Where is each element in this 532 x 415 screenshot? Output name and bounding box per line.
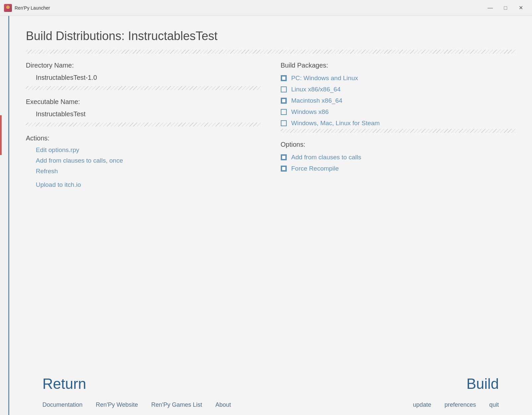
footer-left: Documentation Ren'Py Website Ren'Py Game…	[42, 401, 231, 408]
checkbox-pc-windows-linux[interactable]	[281, 75, 287, 81]
documentation-link[interactable]: Documentation	[42, 401, 83, 408]
sidebar	[0, 16, 9, 415]
checkbox-linux-x86[interactable]	[281, 86, 287, 92]
executable-name-label: Executable Name:	[26, 93, 261, 108]
checkbox-add-from-clauses[interactable]	[281, 154, 287, 160]
package-mac-x86-label: Macintosh x86_64	[291, 97, 342, 104]
title-bar: Ren'Py Launcher — □ ✕	[0, 0, 532, 16]
sidebar-accent	[0, 115, 2, 155]
executable-name-value: InstructablesTest	[26, 108, 261, 123]
build-packages-label: Build Packages:	[281, 57, 516, 73]
add-from-clauses-link[interactable]: Add from clauses to calls, once	[26, 155, 261, 166]
about-link[interactable]: About	[215, 401, 231, 408]
return-button[interactable]: Return	[42, 376, 86, 392]
divider-right	[281, 129, 516, 133]
checkbox-windows-x86[interactable]	[281, 109, 287, 115]
divider-2	[26, 123, 261, 127]
option-add-from-clauses[interactable]: Add from clauses to calls	[281, 152, 516, 163]
directory-name-label: Directory Name:	[26, 57, 261, 72]
footer-links: Documentation Ren'Py Website Ren'Py Game…	[42, 401, 499, 408]
package-windows-x86[interactable]: Windows x86	[281, 106, 516, 118]
top-divider	[26, 50, 515, 54]
divider-1	[26, 86, 261, 90]
directory-name-value: InstructablesTest-1.0	[26, 72, 261, 86]
renpy-games-list-link[interactable]: Ren'Py Games List	[151, 401, 202, 408]
main-grid: Directory Name: InstructablesTest-1.0 Ex…	[26, 57, 515, 366]
svg-point-3	[8, 7, 9, 7]
build-button[interactable]: Build	[466, 376, 499, 392]
app-body: Build Distributions: InstructablesTest D…	[0, 16, 532, 415]
app-icon	[4, 4, 12, 12]
update-link[interactable]: update	[413, 401, 431, 408]
package-linux-x86-label: Linux x86/x86_64	[291, 86, 341, 93]
main-actions: Return Build	[42, 376, 499, 392]
package-windows-x86-label: Windows x86	[291, 108, 329, 116]
refresh-link[interactable]: Refresh	[26, 166, 261, 177]
package-pc-windows-linux-label: PC: Windows and Linux	[291, 75, 358, 82]
option-force-recompile[interactable]: Force Recompile	[281, 163, 516, 174]
footer-right: update preferences quit	[413, 401, 499, 408]
package-linux-x86[interactable]: Linux x86/x86_64	[281, 84, 516, 95]
right-column: Build Packages: PC: Windows and Linux Li…	[281, 57, 516, 366]
upload-itch-link[interactable]: Upload to itch.io	[26, 177, 261, 190]
window-title: Ren'Py Launcher	[15, 5, 483, 11]
bottom-bar: Return Build Documentation Ren'Py Websit…	[26, 366, 515, 415]
actions-label: Actions:	[26, 130, 261, 145]
left-column: Directory Name: InstructablesTest-1.0 Ex…	[26, 57, 261, 366]
svg-point-1	[6, 9, 10, 11]
svg-point-0	[6, 6, 10, 9]
window-controls: — □ ✕	[483, 3, 528, 13]
edit-options-link[interactable]: Edit options.rpy	[26, 145, 261, 155]
renpy-website-link[interactable]: Ren'Py Website	[96, 401, 138, 408]
main-content: Build Distributions: InstructablesTest D…	[9, 16, 532, 415]
options-label: Options:	[281, 136, 516, 152]
close-button[interactable]: ✕	[513, 3, 528, 13]
option-force-recompile-label: Force Recompile	[291, 165, 339, 172]
minimize-button[interactable]: —	[483, 3, 498, 13]
package-pc-windows-linux[interactable]: PC: Windows and Linux	[281, 73, 516, 84]
page-title: Build Distributions: InstructablesTest	[26, 29, 515, 43]
option-add-from-clauses-label: Add from clauses to calls	[291, 154, 361, 161]
quit-link[interactable]: quit	[489, 401, 499, 408]
checkbox-force-recompile[interactable]	[281, 166, 287, 172]
checkbox-steam[interactable]	[281, 120, 287, 126]
checkbox-mac-x86[interactable]	[281, 98, 287, 104]
preferences-link[interactable]: preferences	[444, 401, 476, 408]
maximize-button[interactable]: □	[498, 3, 513, 13]
svg-point-2	[7, 7, 8, 7]
package-mac-x86[interactable]: Macintosh x86_64	[281, 95, 516, 106]
package-steam[interactable]: Windows, Mac, Linux for Steam	[281, 118, 516, 129]
package-steam-label: Windows, Mac, Linux for Steam	[291, 120, 380, 127]
